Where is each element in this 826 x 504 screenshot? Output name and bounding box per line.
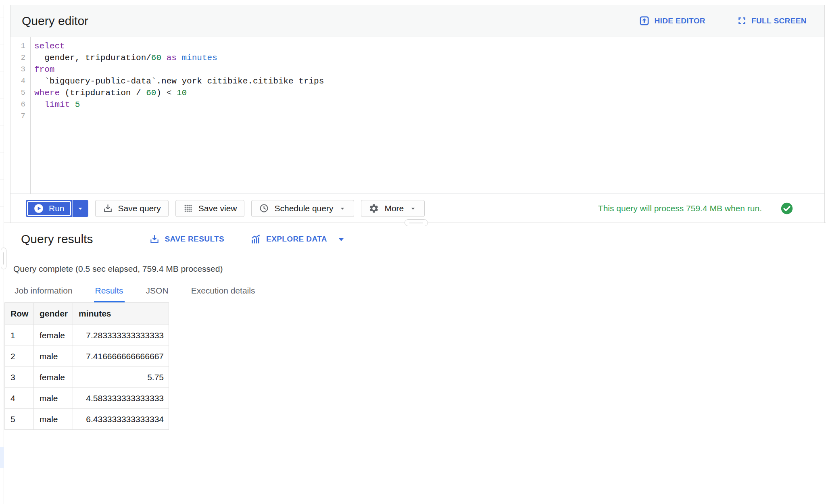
line-number: 4 xyxy=(10,75,25,87)
hide-editor-button[interactable]: HIDE EDITOR xyxy=(639,15,705,26)
vertical-splitter-handle[interactable] xyxy=(1,248,6,269)
download-icon xyxy=(103,203,113,213)
cell-row: 3 xyxy=(5,367,34,388)
page-title: Query editor xyxy=(22,14,88,28)
cell-gender: male xyxy=(34,346,73,367)
chevron-down-icon xyxy=(338,204,346,212)
code-line xyxy=(34,110,824,122)
cell-minutes: 7.416666666666667 xyxy=(73,346,169,367)
chevron-down-icon xyxy=(336,234,346,244)
full-screen-icon xyxy=(737,16,747,26)
cell-gender: male xyxy=(34,409,73,430)
column-header-row: Row xyxy=(5,303,34,325)
save-query-button[interactable]: Save query xyxy=(95,200,169,217)
cell-minutes: 4.583333333333333 xyxy=(73,388,169,409)
code-line: limit 5 xyxy=(34,99,824,110)
valid-query-check-icon xyxy=(780,202,794,215)
line-number: 3 xyxy=(10,64,25,75)
chevron-down-icon xyxy=(76,204,85,213)
code-line: where (tripduration / 60) < 10 xyxy=(34,87,824,99)
cell-minutes: 5.75 xyxy=(73,367,169,388)
cell-gender: female xyxy=(34,325,73,346)
sidebar-divider xyxy=(0,125,4,125)
sidebar-divider xyxy=(0,152,4,152)
line-number-gutter: 1 2 3 4 5 6 7 xyxy=(10,37,31,194)
results-tabs: Job information Results JSON Execution d… xyxy=(13,286,826,302)
code-line: `bigquery-public-data`.new_york_citibike… xyxy=(34,75,824,87)
tab-execution-details[interactable]: Execution details xyxy=(190,286,257,302)
line-number: 6 xyxy=(10,99,25,110)
more-button[interactable]: More xyxy=(361,200,425,217)
sql-editor[interactable]: 1 2 3 4 5 6 7 select gender, tripduratio… xyxy=(10,37,824,194)
sidebar-divider xyxy=(0,206,4,206)
tab-json[interactable]: JSON xyxy=(145,286,170,302)
table-header-row: Row gender minutes xyxy=(5,303,169,325)
save-view-button[interactable]: Save view xyxy=(175,200,245,217)
hide-editor-icon xyxy=(639,15,650,26)
bar-chart-icon xyxy=(250,233,261,245)
code-line: from xyxy=(34,64,824,75)
full-screen-button[interactable]: FULL SCREEN xyxy=(737,16,807,26)
run-options-dropdown[interactable] xyxy=(72,200,88,217)
sidebar-divider xyxy=(0,179,4,179)
table-row: 4 male 4.583333333333333 xyxy=(5,388,169,409)
save-results-button[interactable]: SAVE RESULTS xyxy=(149,234,224,244)
table-row: 2 male 7.416666666666667 xyxy=(5,346,169,367)
sidebar-selected-highlight xyxy=(0,447,4,468)
code-line: select xyxy=(34,40,824,52)
results-title: Query results xyxy=(21,232,93,246)
query-results-panel: Query results SAVE RESULTS EXPLORE DATA xyxy=(4,223,826,504)
cell-row: 1 xyxy=(5,325,34,346)
sql-code[interactable]: select gender, tripduration/60 as minute… xyxy=(31,37,824,194)
download-icon xyxy=(149,234,160,244)
cell-gender: female xyxy=(34,367,73,388)
horizontal-splitter-handle[interactable] xyxy=(405,219,428,226)
cell-gender: male xyxy=(34,388,73,409)
cell-minutes: 7.283333333333333 xyxy=(73,325,169,346)
schedule-query-button[interactable]: Schedule query xyxy=(251,200,354,217)
code-line: gender, tripduration/60 as minutes xyxy=(34,52,824,64)
line-number: 2 xyxy=(10,52,25,64)
cell-minutes: 6.433333333333334 xyxy=(73,409,169,430)
line-number: 7 xyxy=(10,110,25,122)
dotted-grid-icon xyxy=(183,203,193,213)
gear-icon xyxy=(369,203,379,214)
table-row: 3 female 5.75 xyxy=(5,367,169,388)
column-header-gender: gender xyxy=(34,303,73,325)
query-editor-panel: Query editor HIDE EDITOR FULL SCREEN 1 2 xyxy=(10,5,825,223)
play-icon xyxy=(33,203,44,214)
column-header-minutes: minutes xyxy=(73,303,169,325)
cell-row: 5 xyxy=(5,409,34,430)
table-row: 5 male 6.433333333333334 xyxy=(5,409,169,430)
cell-row: 4 xyxy=(5,388,34,409)
run-button-group: Run xyxy=(26,200,88,217)
query-results-header: Query results SAVE RESULTS EXPLORE DATA xyxy=(4,223,826,255)
tab-job-information[interactable]: Job information xyxy=(13,286,74,302)
clock-icon xyxy=(259,203,269,213)
run-button[interactable]: Run xyxy=(27,201,71,216)
sidebar-divider xyxy=(0,44,4,44)
line-number: 5 xyxy=(10,87,25,99)
query-status-message: Query complete (0.5 sec elapsed, 759.4 M… xyxy=(13,264,826,274)
results-table: Row gender minutes 1 female 7.2833333333… xyxy=(4,302,169,430)
cell-row: 2 xyxy=(5,346,34,367)
sidebar-divider xyxy=(0,71,4,71)
table-row: 1 female 7.283333333333333 xyxy=(5,325,169,346)
query-editor-header: Query editor HIDE EDITOR FULL SCREEN xyxy=(10,5,824,37)
sidebar-divider xyxy=(0,17,4,17)
tab-results[interactable]: Results xyxy=(94,286,125,302)
chevron-down-icon xyxy=(409,204,417,212)
query-validation-message: This query will process 759.4 MB when ru… xyxy=(598,204,762,213)
sidebar-divider xyxy=(0,98,4,98)
explore-data-button[interactable]: EXPLORE DATA xyxy=(250,233,346,245)
query-toolbar: Run Save query xyxy=(10,194,824,223)
line-number: 1 xyxy=(10,40,25,52)
